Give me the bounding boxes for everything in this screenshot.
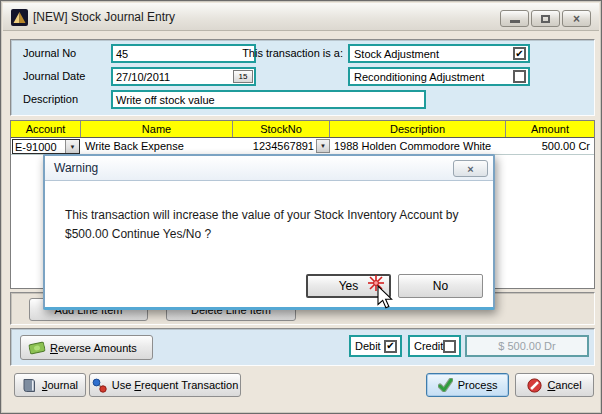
debit-label: Debit [355, 340, 381, 352]
window-titlebar: [NEW] Stock Journal Entry × [3, 3, 599, 31]
restore-icon [541, 15, 550, 23]
description-input[interactable]: Write off stock value [111, 90, 426, 109]
description-cell[interactable]: 1988 Holden Commodore White [330, 138, 506, 154]
warning-close-button[interactable]: × [453, 160, 488, 177]
journal-book-icon [22, 378, 37, 393]
journal-date-input[interactable]: 27/10/2011 15 [111, 67, 256, 86]
stock-adjustment-option[interactable]: Stock Adjustment ✔ [348, 44, 530, 63]
no-button[interactable]: No [398, 274, 483, 298]
yes-button[interactable]: Yes [306, 274, 391, 298]
reconditioning-adjustment-option[interactable]: Reconditioning Adjustment [348, 67, 530, 86]
journal-no-input[interactable]: 45 [111, 44, 256, 63]
col-header-name[interactable]: Name [81, 121, 233, 137]
stockno-dropdown-button[interactable]: ▼ [316, 139, 330, 153]
use-frequent-transaction-label: Use Frequent Transaction [112, 379, 239, 391]
banknote-icon [28, 340, 46, 355]
col-header-account[interactable]: Account [11, 121, 81, 137]
table-row: E-91000 ▼ Write Back Expense 1234567891 … [11, 138, 594, 155]
close-icon: × [467, 163, 473, 175]
description-value: Write off stock value [116, 94, 215, 106]
cancel-label: Cancel [547, 379, 581, 391]
date-picker-button[interactable]: 15 [233, 70, 253, 83]
col-header-amount[interactable]: Amount [506, 121, 594, 137]
transaction-type-label: This transaction is a: [237, 47, 343, 59]
account-combo[interactable]: E-91000 ▼ [12, 139, 80, 154]
calendar-icon: 15 [239, 73, 248, 81]
check-icon: ✔ [515, 49, 523, 59]
close-icon: × [573, 13, 580, 25]
warning-dialog-titlebar: Warning [45, 156, 493, 181]
reverse-amounts-button[interactable]: Reverse Amounts [20, 335, 153, 360]
restore-button[interactable] [531, 10, 560, 27]
credit-label: Credit [414, 340, 443, 352]
debit-option[interactable]: Debit ✔ [349, 335, 402, 357]
journal-header-panel: Journal No 45 Journal Date 27/10/2011 15… [10, 39, 595, 116]
minimize-icon [510, 20, 520, 23]
stockno-cell: 1234567891 ▼ [233, 138, 330, 154]
account-value: E-91000 [13, 140, 65, 153]
frequent-transaction-icon [92, 378, 107, 393]
col-header-description[interactable]: Description [330, 121, 506, 137]
journal-date-value: 27/10/2011 [116, 71, 170, 83]
warning-dialog-title: Warning [54, 161, 98, 175]
process-check-icon [438, 378, 453, 392]
journal-label: Journal [42, 379, 78, 391]
journal-date-label: Journal Date [23, 70, 85, 82]
grid-header-row: Account Name StockNo Description Amount [11, 121, 594, 138]
check-icon: ✔ [386, 341, 394, 351]
account-dropdown-button[interactable]: ▼ [65, 140, 79, 153]
stock-journal-entry-window: [NEW] Stock Journal Entry × Journal No 4… [0, 0, 602, 414]
account-cell: E-91000 ▼ [11, 138, 81, 154]
yes-label: Yes [339, 279, 359, 293]
window-title: [NEW] Stock Journal Entry [33, 10, 175, 24]
summary-amount-display: $ 500.00 Dr [465, 335, 589, 357]
no-label: No [433, 279, 448, 293]
reconditioning-adjustment-checkbox[interactable] [513, 70, 526, 83]
credit-checkbox[interactable] [443, 340, 456, 353]
stock-adjustment-label: Stock Adjustment [354, 48, 439, 60]
col-header-stockno[interactable]: StockNo [233, 121, 330, 137]
reverse-amounts-label: Reverse Amounts [50, 342, 137, 354]
minimize-button[interactable] [500, 10, 529, 27]
stock-adjustment-checkbox[interactable]: ✔ [513, 47, 526, 60]
debit-checkbox[interactable]: ✔ [384, 340, 397, 353]
warning-dialog: Warning × This transaction will increase… [43, 154, 495, 310]
app-pyramid-icon [11, 9, 28, 26]
reconditioning-adjustment-label: Reconditioning Adjustment [354, 71, 484, 83]
amount-cell[interactable]: 500.00 Cr [506, 138, 594, 154]
journal-no-value: 45 [116, 48, 128, 60]
warning-message: This transaction will increase the value… [65, 206, 485, 243]
process-label: Process [458, 379, 498, 391]
chevron-down-icon: ▼ [320, 143, 326, 149]
name-cell[interactable]: Write Back Expense [81, 138, 233, 154]
cancel-no-entry-icon [527, 378, 542, 393]
use-frequent-transaction-button[interactable]: Use Frequent Transaction [89, 373, 241, 397]
credit-option[interactable]: Credit [408, 335, 461, 357]
chevron-down-icon: ▼ [70, 144, 76, 150]
stockno-value[interactable]: 1234567891 [233, 138, 316, 154]
cancel-button[interactable]: Cancel [515, 373, 594, 397]
close-button[interactable]: × [562, 10, 591, 27]
process-button[interactable]: Process [426, 373, 509, 397]
description-label: Description [23, 93, 78, 105]
journal-no-label: Journal No [23, 47, 76, 59]
journal-button[interactable]: Journal [14, 373, 86, 397]
